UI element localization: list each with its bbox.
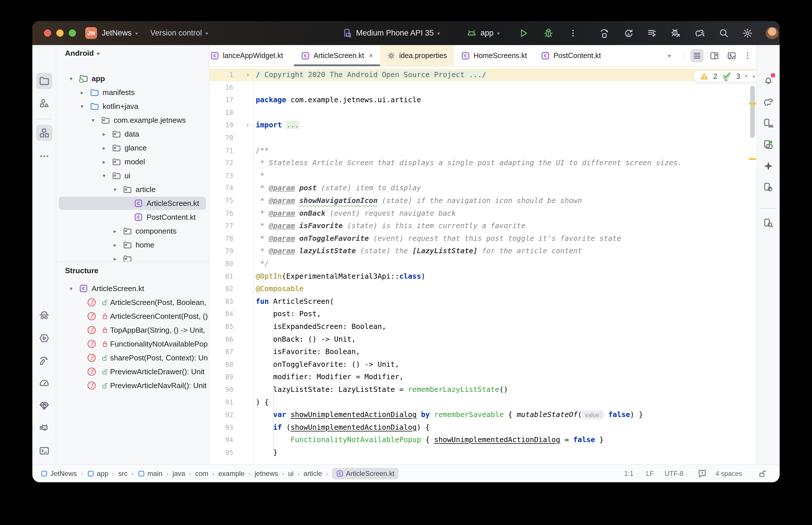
structure-item[interactable]: fPreviewArticleNavRail(): Unit	[56, 379, 209, 392]
preview-button[interactable]	[725, 49, 738, 62]
chevron-down-icon[interactable]: ▾	[67, 285, 75, 292]
tree-item-ui[interactable]: ▾ui	[56, 169, 209, 182]
split-editor-button[interactable]	[708, 49, 721, 62]
inspections-widget[interactable]: 2 3 ▾ ▾	[694, 70, 756, 82]
running-device-icon[interactable]	[760, 137, 777, 153]
tree-item-glance[interactable]: ▸glance	[56, 141, 209, 154]
detective-icon[interactable]	[36, 308, 52, 324]
chevron-down-icon[interactable]: ▾	[67, 75, 75, 82]
code-line-83[interactable]: 83fun ArticleScreen(	[209, 295, 756, 308]
tree-item-manifests[interactable]: ▸manifests	[56, 86, 209, 99]
breadcrumb-item-src[interactable]: src	[118, 469, 128, 478]
code-line-1[interactable]: 1›/ Copyright 2020 The Android Open Sour…	[209, 69, 756, 81]
vcs-widget[interactable]: Version control ▾	[150, 21, 208, 45]
editor-options-button[interactable]	[741, 49, 754, 62]
settings-button[interactable]	[742, 28, 753, 39]
code-line-91[interactable]: 91) {	[209, 396, 756, 409]
code-line-17[interactable]: 17package com.example.jetnews.ui.article	[209, 93, 756, 106]
breadcrumb-item-ui[interactable]: ui	[288, 469, 294, 478]
editor-scrollbar[interactable]	[750, 67, 755, 464]
fold-marker-icon[interactable]: ›	[242, 69, 253, 81]
caret-position-widget[interactable]: 1:1	[624, 465, 633, 482]
editor-list-view-button[interactable]	[690, 49, 704, 62]
code-editor[interactable]: 1›/ Copyright 2020 The Android Open Sour…	[209, 67, 756, 464]
structure-item[interactable]: fsharePost(Post, Context): Un	[56, 351, 209, 364]
structure-item[interactable]: fPreviewArticleDrawer(): Unit	[56, 365, 209, 378]
terminal-icon[interactable]	[36, 443, 52, 459]
code-line-73[interactable]: 73 *	[209, 169, 756, 182]
scrollbar-thumb[interactable]	[750, 86, 755, 138]
hidden-tabs-button[interactable]: ▾	[667, 45, 671, 67]
code-line-81[interactable]: 81@OptIn(ExperimentalMaterial3Api::class…	[209, 270, 756, 283]
run-tasks-button[interactable]	[647, 28, 658, 39]
code-line-71[interactable]: 71/**	[209, 144, 756, 157]
bell-icon[interactable]	[760, 73, 777, 89]
breadcrumb-item-jetnews[interactable]: jetnews	[254, 469, 278, 478]
code-line-77[interactable]: 77 * @param isFavorite (state) is this i…	[209, 220, 756, 232]
device-explorer-icon[interactable]	[760, 215, 777, 231]
build-button[interactable]	[599, 28, 610, 39]
warning-stripe-mark[interactable]	[749, 103, 756, 105]
chevron-down-icon[interactable]: ▾	[78, 103, 86, 110]
code-line-75[interactable]: 75 * @param showNavigationIcon (state) i…	[209, 194, 756, 207]
chevron-right-icon[interactable]: ▸	[111, 228, 119, 235]
editor-tab-lanceappwidget-kt[interactable]: lanceAppWidget.kt	[209, 45, 294, 66]
file-lock-widget[interactable]	[758, 465, 768, 482]
device-android-icon[interactable]	[760, 115, 777, 131]
project-widget[interactable]: JetNews ▾	[102, 21, 138, 45]
tree-item-data[interactable]: ▸data	[56, 127, 209, 140]
indent-widget[interactable]: 4 spaces	[715, 465, 742, 482]
run-configuration-selector[interactable]: app ▾	[481, 21, 500, 45]
editor-tab-idea-properties[interactable]: idea.properties	[380, 45, 454, 66]
chevron-down-icon[interactable]: ▾	[89, 117, 98, 124]
close-window-button[interactable]	[44, 29, 51, 37]
code-line-95[interactable]: 95 }	[209, 446, 756, 459]
apply-changes-button[interactable]: A	[623, 28, 634, 39]
code-line-89[interactable]: 89 modifier: Modifier = Modifier,	[209, 371, 756, 383]
fold-marker-icon[interactable]: ›	[242, 119, 253, 131]
code-line-94[interactable]: 94 FunctionalityNotAvailablePopup { show…	[209, 433, 756, 446]
breadcrumb-item-com[interactable]: com	[195, 469, 208, 478]
tree-item-model[interactable]: ▸model	[56, 155, 209, 168]
prev-problem-button[interactable]: ▾	[744, 73, 748, 79]
gauge-icon[interactable]	[36, 375, 52, 391]
structure-item[interactable]: fFunctionalityNotAvailablePop	[56, 338, 209, 350]
more-ellipsis-icon[interactable]	[36, 148, 52, 164]
encoding-widget[interactable]: UTF-8	[665, 465, 683, 482]
line-ending-widget[interactable]: LF	[646, 465, 654, 482]
chevron-right-icon[interactable]: ▸	[100, 159, 108, 165]
logcat-cat-icon[interactable]	[36, 420, 52, 436]
code-line-82[interactable]: 82@Composable	[209, 282, 756, 295]
breadcrumb-item-jetnews[interactable]: JetNews	[41, 469, 77, 478]
code-line-70[interactable]: 70	[209, 131, 756, 144]
ai-sparkle-icon[interactable]	[760, 158, 777, 174]
code-line-76[interactable]: 76 * @param onBack (event) request navig…	[209, 207, 756, 220]
tree-item-home[interactable]: ▸home	[56, 239, 209, 251]
tree-item-kotlin-java[interactable]: ▾kotlin+java	[56, 100, 209, 112]
structure-item[interactable]: fArticleScreen(Post, Boolean,	[56, 296, 209, 309]
code-line-79[interactable]: 79 * @param lazyListState (state) the [L…	[209, 244, 756, 257]
inspection-highlight-widget[interactable]	[697, 465, 707, 482]
code-line-74[interactable]: 74 * @param post (state) item to display	[209, 182, 756, 194]
code-line-78[interactable]: 78 * @param onToggleFavorite (event) req…	[209, 232, 756, 245]
search-everywhere-button[interactable]	[718, 28, 729, 39]
structure-item[interactable]: fTopAppBar(String, () -> Unit,	[56, 324, 209, 336]
chevron-right-icon[interactable]: ▸	[111, 256, 119, 262]
code-line-90[interactable]: 90 lazyListState: LazyListState = rememb…	[209, 383, 756, 396]
structure-item[interactable]: fArticleScreenContent(Post, ()	[56, 310, 209, 322]
code-line-19[interactable]: 19›import ...	[209, 119, 756, 131]
chevron-right-icon[interactable]: ▸	[78, 89, 86, 96]
code-line-92[interactable]: 92 var showUnimplementedActionDialog by …	[209, 408, 756, 421]
code-line-80[interactable]: 80 */	[209, 257, 756, 270]
more-actions-button[interactable]	[568, 28, 578, 38]
structure-file-row[interactable]: ▾ArticleScreen.kt	[56, 282, 209, 295]
tree-item-com-example-jetnews[interactable]: ▾com.example.jetnews	[56, 114, 209, 126]
tree-item-components[interactable]: ▸components	[56, 225, 209, 237]
resource-shapes-icon[interactable]	[36, 95, 52, 111]
chevron-down-icon[interactable]: ▾	[111, 186, 119, 193]
structure-grid-icon[interactable]	[36, 125, 52, 141]
editor-tab-postcontent-kt[interactable]: PostContent.kt	[534, 45, 608, 66]
project-folder-icon[interactable]	[36, 73, 52, 89]
device-selector[interactable]: Medium Phone API 35 ▾	[356, 21, 440, 45]
code-line-84[interactable]: 84 post: Post,	[209, 308, 756, 320]
